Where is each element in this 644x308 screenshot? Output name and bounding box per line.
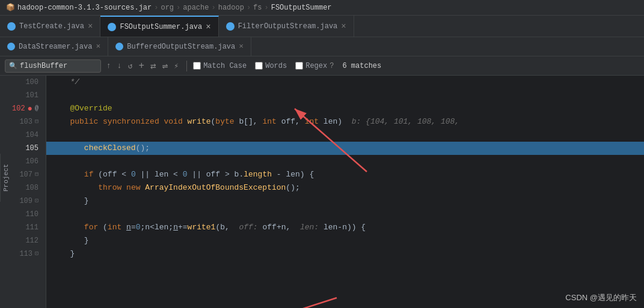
java-icon-2 <box>108 23 116 31</box>
code-line-112: } <box>46 234 644 247</box>
breadcrumb-fs: fs <box>253 4 262 12</box>
match-case-checkbox[interactable] <box>193 62 201 70</box>
match-count: 6 matches <box>342 62 381 70</box>
code-line-111: for (int n=0;n<len;n+=write1(b, off: off… <box>46 221 644 234</box>
match-case-label: Match Case <box>203 62 247 70</box>
breadcrumb: 📦 hadoop-common-3.1.3-sources.jar › org … <box>0 0 644 16</box>
search-refresh-button[interactable]: ↺ <box>126 61 135 71</box>
tab-fsoutputsummer-close[interactable]: × <box>206 22 210 32</box>
search-input-wrap[interactable]: 🔍 flushBuffer <box>5 59 101 73</box>
search-replace2-button[interactable]: ⇌ <box>161 59 170 73</box>
breadcrumb-class: FSOutputSummer <box>271 4 332 12</box>
code-line-106 <box>46 155 644 168</box>
breadcrumb-jar[interactable]: hadoop-common-3.1.3-sources.jar <box>17 4 152 12</box>
tabs-row-1: TestCreate.java × FSOutputSummer.java × … <box>0 16 644 37</box>
code-area: Project 100 101 102 ● @ 103 ⊟ 104 105 10… <box>0 76 644 308</box>
code-line-105[interactable]: checkClosed(); <box>46 142 644 155</box>
tab-bufferedoutputstream-close[interactable]: × <box>239 42 244 51</box>
tab-datastreamer[interactable]: DataStreamer.java × <box>0 37 108 56</box>
code-line-103: public synchronized void write(byte b[],… <box>46 115 644 128</box>
code-line-109: } <box>46 195 644 208</box>
search-icon: 🔍 <box>9 62 17 70</box>
search-next-button[interactable]: ↓ <box>115 61 124 71</box>
search-prev-button[interactable]: ↑ <box>105 61 113 71</box>
search-replace-button[interactable]: ⇄ <box>149 59 158 73</box>
code-line-108: throw new ArrayIndexOutOfBoundsException… <box>46 181 644 195</box>
line-112: 112 <box>12 234 41 247</box>
line-100: 100 <box>12 76 41 89</box>
line-101: 101 <box>12 89 41 102</box>
tab-bufferedoutputstream-label: BufferedOutputStream.java <box>127 43 235 51</box>
tab-testcreate-label: TestCreate.java <box>19 22 84 31</box>
tab-fsoutputsummer[interactable]: FSOutputSummer.java × <box>100 16 218 37</box>
breadcrumb-hadoop: hadoop <box>218 4 244 12</box>
tab-testcreate[interactable]: TestCreate.java × <box>0 16 100 37</box>
regex-checkbox[interactable] <box>295 62 303 70</box>
line-110: 110 <box>12 208 41 221</box>
line-108: 108 <box>12 181 41 195</box>
regex-label: Regex <box>305 62 327 70</box>
code-content: */ @Override public synchronized void wr… <box>46 76 644 308</box>
tab-datastreamer-label: DataStreamer.java <box>19 43 92 51</box>
java-icon-3 <box>226 22 235 31</box>
project-label: Project <box>0 154 11 202</box>
line-113: 113 ⊡ <box>12 247 41 261</box>
words-group: Words <box>255 62 287 70</box>
java-icon-5 <box>115 43 123 50</box>
code-line-101 <box>46 89 644 102</box>
breakpoint-icon: ● <box>28 102 32 115</box>
tab-testcreate-close[interactable]: × <box>88 22 93 31</box>
search-query: flushBuffer <box>20 62 67 70</box>
code-line-107: if (off < 0 || len < 0 || off > b.length… <box>46 168 644 181</box>
tab-filteroutputstream-close[interactable]: × <box>341 22 346 31</box>
line-106: 106 <box>12 155 41 168</box>
match-case-group: Match Case <box>193 62 247 70</box>
code-line-102: @Override <box>46 102 644 115</box>
java-icon <box>7 22 16 31</box>
line-109: 109 ⊡ <box>12 195 41 208</box>
line-111: 111 <box>12 221 41 234</box>
line-102: 102 ● @ <box>12 102 41 115</box>
breadcrumb-org: org <box>161 4 174 12</box>
tab-datastreamer-close[interactable]: × <box>96 42 100 51</box>
search-bar: 🔍 flushBuffer ↑ ↓ ↺ + ⇄ ⇌ ⚡ Match Case W… <box>0 56 644 76</box>
code-line-100: */ <box>46 76 644 89</box>
fold-113: ⊡ <box>35 247 38 261</box>
jar-icon: 📦 <box>6 3 15 12</box>
tab-filteroutputstream[interactable]: FilterOutputStream.java × <box>219 16 354 37</box>
words-label: Words <box>265 62 287 70</box>
breadcrumb-apache: apache <box>183 4 209 12</box>
watermark: CSDN @遇见的昨天 <box>565 292 637 303</box>
search-filter-button[interactable]: ⚡ <box>172 61 180 71</box>
fold-109: ⊡ <box>35 195 38 208</box>
tab-bufferedoutputstream[interactable]: BufferedOutputStream.java × <box>108 37 251 56</box>
line-104: 104 <box>12 128 41 142</box>
words-checkbox[interactable] <box>255 62 263 70</box>
java-icon-4 <box>7 43 15 50</box>
regex-help-icon: ? <box>330 62 334 70</box>
regex-group: Regex ? <box>295 62 334 70</box>
line-107: 107 ⊟ <box>12 168 41 181</box>
fold-103: ⊟ <box>35 115 38 128</box>
code-line-113: } <box>46 247 644 261</box>
tabs-row-2: DataStreamer.java × BufferedOutputStream… <box>0 37 644 56</box>
code-line-104 <box>46 128 644 142</box>
fold-107: ⊟ <box>35 168 38 181</box>
code-line-110 <box>46 208 644 221</box>
line-105: 105 <box>12 142 41 155</box>
line-103: 103 ⊟ <box>12 115 41 128</box>
search-separator <box>186 61 187 71</box>
bookmark-icon: @ <box>35 102 38 115</box>
tab-filteroutputstream-label: FilterOutputStream.java <box>238 22 338 31</box>
search-navigation: ↑ ↓ ↺ + ⇄ ⇌ ⚡ <box>105 59 180 73</box>
tab-fsoutputsummer-label: FSOutputSummer.java <box>120 23 202 31</box>
search-add-button[interactable]: + <box>136 60 146 72</box>
code-lines: */ @Override public synchronized void wr… <box>46 76 644 261</box>
